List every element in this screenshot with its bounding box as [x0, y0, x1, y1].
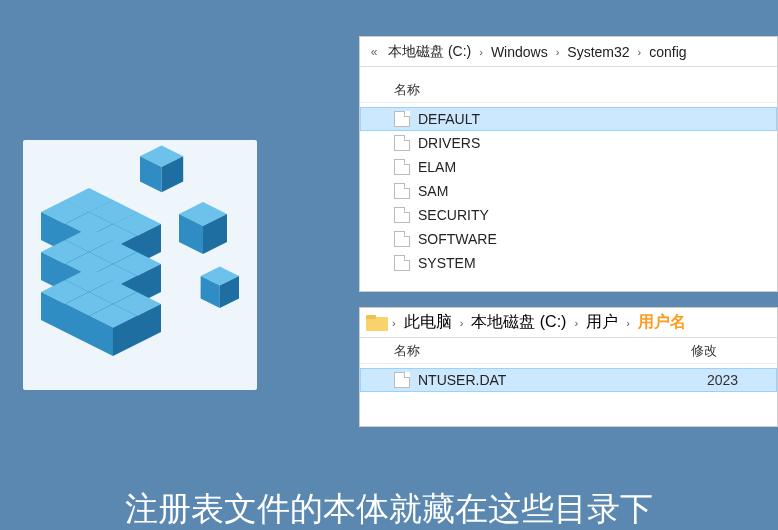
chevron-right-icon: ›: [552, 46, 564, 58]
explorer-window-user: › 此电脑 › 本地磁盘 (C:) › 用户 › 用户名 名称 修改 NTUSE…: [359, 307, 778, 427]
file-icon: [394, 135, 410, 151]
file-icon: [394, 183, 410, 199]
file-item[interactable]: SECURITY: [360, 203, 777, 227]
file-list: NTUSER.DAT2023: [360, 364, 777, 396]
column-date[interactable]: 修改: [691, 342, 743, 360]
breadcrumb-item[interactable]: 用户: [582, 312, 622, 333]
file-item[interactable]: SAM: [360, 179, 777, 203]
breadcrumb-item[interactable]: 此电脑: [400, 312, 456, 333]
breadcrumb-item[interactable]: 本地磁盘 (C:): [467, 312, 570, 333]
file-list: DEFAULTDRIVERSELAMSAMSECURITYSOFTWARESYS…: [360, 103, 777, 279]
breadcrumb-item[interactable]: config: [645, 44, 690, 60]
file-item[interactable]: SOFTWARE: [360, 227, 777, 251]
breadcrumb-item[interactable]: 本地磁盘 (C:): [384, 43, 475, 61]
column-name[interactable]: 名称: [394, 81, 743, 99]
chevron-right-icon: ›: [475, 46, 487, 58]
file-icon: [394, 111, 410, 127]
file-name: SOFTWARE: [418, 231, 759, 247]
file-item[interactable]: DEFAULT: [360, 107, 777, 131]
file-date: 2023: [707, 372, 759, 388]
chevron-right-icon: ›: [388, 317, 400, 329]
explorer-window-config: « 本地磁盘 (C:) › Windows › System32 › confi…: [359, 36, 778, 292]
registry-cube-icon: [23, 140, 257, 390]
breadcrumb-ellipsis[interactable]: «: [364, 45, 384, 59]
breadcrumb[interactable]: › 此电脑 › 本地磁盘 (C:) › 用户 › 用户名: [360, 308, 777, 338]
chevron-right-icon: ›: [634, 46, 646, 58]
breadcrumb-item[interactable]: Windows: [487, 44, 552, 60]
chevron-right-icon: ›: [622, 317, 634, 329]
chevron-right-icon: ›: [570, 317, 582, 329]
file-name: ELAM: [418, 159, 759, 175]
file-name: DEFAULT: [418, 111, 759, 127]
file-item[interactable]: SYSTEM: [360, 251, 777, 275]
file-icon: [394, 159, 410, 175]
file-item[interactable]: DRIVERS: [360, 131, 777, 155]
column-header-row: 名称: [360, 67, 777, 103]
breadcrumb[interactable]: « 本地磁盘 (C:) › Windows › System32 › confi…: [360, 37, 777, 67]
file-icon: [394, 231, 410, 247]
chevron-right-icon: ›: [456, 317, 468, 329]
file-item[interactable]: ELAM: [360, 155, 777, 179]
column-name[interactable]: 名称: [394, 342, 691, 360]
file-name: SAM: [418, 183, 759, 199]
file-name: DRIVERS: [418, 135, 759, 151]
breadcrumb-username[interactable]: 用户名: [634, 312, 690, 333]
folder-icon: [366, 315, 388, 331]
file-item[interactable]: NTUSER.DAT2023: [360, 368, 777, 392]
breadcrumb-item[interactable]: System32: [563, 44, 633, 60]
file-name: NTUSER.DAT: [418, 372, 707, 388]
file-icon: [394, 372, 410, 388]
file-icon: [394, 255, 410, 271]
file-name: SYSTEM: [418, 255, 759, 271]
column-header-row: 名称 修改: [360, 338, 777, 364]
file-name: SECURITY: [418, 207, 759, 223]
caption-text: 注册表文件的本体就藏在这些目录下: [0, 487, 778, 530]
file-icon: [394, 207, 410, 223]
